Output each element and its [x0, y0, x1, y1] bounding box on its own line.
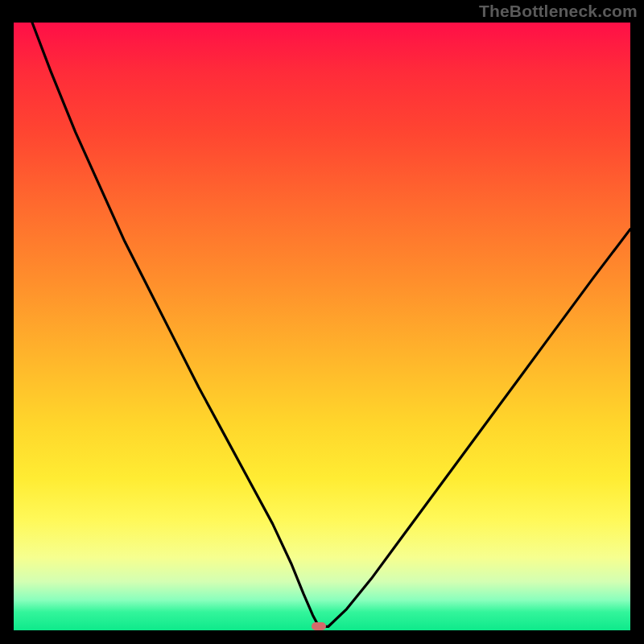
bottleneck-curve	[14, 23, 630, 630]
watermark-text: TheBottleneck.com	[479, 2, 638, 21]
marker-dot	[312, 622, 326, 630]
chart-plot-area	[14, 23, 630, 630]
chart-frame: TheBottleneck.com	[0, 0, 644, 644]
